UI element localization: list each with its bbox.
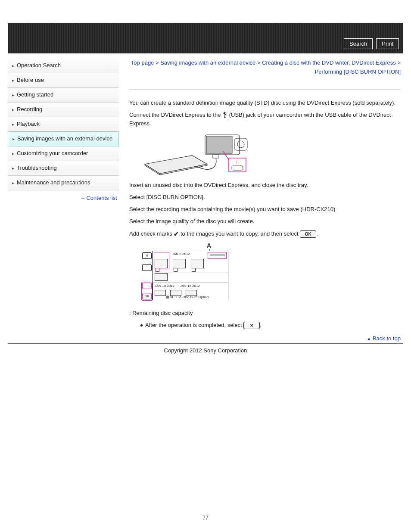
remaining-capacity-text: : Remaining disc capacity <box>129 309 401 317</box>
caret-right-icon: ▸ <box>12 62 14 68</box>
sidebar-item-label: Before use <box>17 77 44 84</box>
check-icon: ✔ <box>174 230 179 237</box>
contents-list-link[interactable]: Contents list <box>86 195 117 201</box>
screen-illustration: A ✕ ˆ ˇ OK JAN 2 2012 <box>140 245 231 303</box>
step-select-option: Select [DISC BURN OPTION]. <box>129 193 401 202</box>
header-banner: Search Print <box>8 23 403 53</box>
sidebar-item-recording[interactable]: ▸Recording <box>8 103 119 117</box>
close-icon: ✕ <box>142 252 152 259</box>
search-button[interactable]: Search <box>344 38 373 49</box>
sidebar-item-playback[interactable]: ▸Playback <box>8 117 119 132</box>
sidebar-item-getting-started[interactable]: ▸Getting started <box>8 88 119 103</box>
svg-point-8 <box>237 141 244 148</box>
breadcrumb-subsection[interactable]: Creating a disc with the DVD writer, DVD… <box>262 59 396 66</box>
step-media: Select the recording media containing th… <box>129 205 401 214</box>
sidebar-item-label: Troubleshooting <box>17 165 57 172</box>
up-icon: ˆ <box>142 264 152 271</box>
ok-icon: OK <box>142 293 152 299</box>
breadcrumb-section[interactable]: Saving images with an external device <box>160 59 255 66</box>
callout-a-label: A <box>207 242 211 249</box>
bullet-complete: After the operation is completed, select… <box>140 321 401 330</box>
sidebar-item-label: Operation Search <box>17 62 61 69</box>
usb-icon <box>222 111 227 119</box>
sidebar-item-label: Saving images with an external device <box>17 135 112 143</box>
svg-rect-9 <box>213 155 219 158</box>
footer-divider <box>8 343 403 344</box>
sidebar-item-label: Maintenance and precautions <box>17 179 90 187</box>
caret-right-icon: ▸ <box>12 135 15 142</box>
connection-illustration: ⎍ <box>140 134 252 175</box>
page-number: 77 <box>0 515 411 521</box>
step-connect: Connect the DVDirect Express to the (USB… <box>129 111 401 128</box>
svg-marker-4 <box>224 117 226 118</box>
screen-caption-text: Disc Burn Option <box>183 295 209 299</box>
sidebar-item-operation-search[interactable]: ▸Operation Search <box>8 59 119 73</box>
step-quality: Select the image quality of the disc you… <box>129 217 401 226</box>
caret-right-icon: ▸ <box>12 77 14 83</box>
bullet-dot-icon <box>140 324 143 327</box>
intro-text: You can create a standard definition ima… <box>129 99 401 107</box>
x-chip-icon: ✕ <box>243 322 260 329</box>
sidebar-item-saving-images[interactable]: ▸Saving images with an external device <box>8 131 119 146</box>
back-to-top-link[interactable]: ▲Back to top <box>129 335 401 342</box>
sidebar-item-label: Getting started <box>17 91 53 99</box>
arrow-right-icon: → <box>80 195 85 201</box>
caret-right-icon: ▸ <box>12 179 14 186</box>
sidebar-nav: ▸Operation Search ▸Before use ▸Getting s… <box>8 59 119 205</box>
svg-rect-7 <box>234 138 247 150</box>
down-icon: ˇ <box>142 283 152 289</box>
sidebar-item-label: Customizing your camcorder <box>17 150 88 157</box>
sidebar-item-label: Playback <box>17 121 40 128</box>
caret-right-icon: ▸ <box>12 121 14 127</box>
copyright-text: Copyright 2012 Sony Corporation <box>8 347 403 354</box>
step-check: Add check marks ✔ to the images you want… <box>129 230 401 239</box>
breadcrumb-current: Performing [DISC BURN OPTION] <box>315 68 401 75</box>
caret-right-icon: ▸ <box>12 165 14 171</box>
sidebar-item-customizing[interactable]: ▸Customizing your camcorder <box>8 146 119 161</box>
step-insert: Insert an unused disc into the DVDirect … <box>129 181 401 190</box>
svg-text:⎍: ⎍ <box>236 159 239 164</box>
sidebar-item-label: Recording <box>17 106 42 113</box>
sidebar-item-maintenance[interactable]: ▸Maintenance and precautions <box>8 176 119 190</box>
sidebar-item-troubleshooting[interactable]: ▸Troubleshooting <box>8 161 119 176</box>
breadcrumb: Top page > Saving images with an externa… <box>129 59 401 77</box>
print-button[interactable]: Print <box>376 38 399 49</box>
screen-date-range-text: JAN 18 2012 → JAN 19 2012 <box>153 283 228 290</box>
ok-chip-icon: OK <box>300 230 316 238</box>
caret-right-icon: ▸ <box>12 91 14 98</box>
breadcrumb-top[interactable]: Top page <box>131 59 154 66</box>
divider <box>129 90 401 90</box>
main-content: Top page > Saving images with an externa… <box>119 59 403 342</box>
sidebar-item-before-use[interactable]: ▸Before use <box>8 73 119 88</box>
caret-right-icon: ▸ <box>12 106 14 112</box>
triangle-up-icon: ▲ <box>367 336 371 341</box>
svg-rect-6 <box>206 136 232 153</box>
caret-right-icon: ▸ <box>12 150 14 156</box>
